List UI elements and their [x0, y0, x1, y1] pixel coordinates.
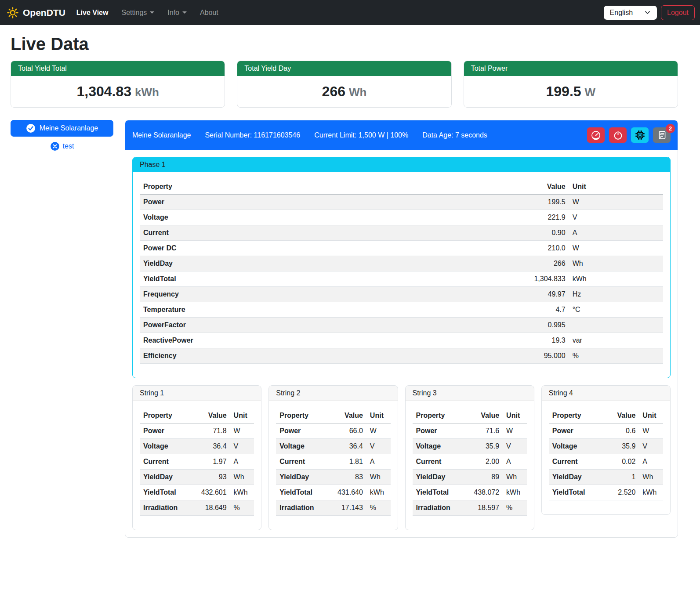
phase-table: Property Value Unit Power199.5WVoltage22…: [140, 179, 663, 364]
inverter-card: Meine Solaranlage Serial Number: 1161716…: [125, 120, 678, 538]
table-header-row: Property Value Unit: [549, 408, 663, 423]
table-row: Irradiation18.649%: [140, 500, 254, 516]
table-row: YieldTotal438.072kWh: [413, 485, 527, 500]
summary-card-title: Total Power: [464, 61, 678, 76]
table-row: YieldTotal431.640kWh: [276, 485, 390, 500]
inverter-card-header: Meine Solaranlage Serial Number: 1161716…: [125, 120, 678, 150]
table-header-row: Property Value Unit: [413, 408, 527, 423]
string-card-title: String 3: [406, 386, 534, 401]
summary-card-value: 1,304.83: [76, 83, 131, 99]
nav-item-live-view[interactable]: Live View: [70, 5, 115, 20]
inverter-select-button[interactable]: Meine Solaranlage: [11, 120, 113, 137]
table-row: YieldTotal2.520kWh: [549, 485, 663, 500]
summary-card: Total Yield Day 266Wh: [237, 61, 451, 108]
nav-item-info[interactable]: Info: [161, 5, 193, 20]
table-row: YieldTotal1,304.833kWh: [140, 271, 663, 287]
table-row: Frequency49.97Hz: [140, 287, 663, 302]
table-row: PowerFactor0.995: [140, 318, 663, 333]
string-card: String 3 Property Value Unit: [405, 385, 534, 530]
page-title: Live Data: [11, 34, 678, 54]
table-row: YieldDay83Wh: [276, 470, 390, 485]
table-row: YieldTotal432.601kWh: [140, 485, 254, 500]
caret-down-icon: [150, 11, 154, 16]
table-header-row: Property Value Unit: [140, 179, 663, 195]
inverter-current-limit: Current Limit: 1,500 W | 100%: [314, 131, 408, 139]
navbar: OpenDTU Live View Settings Info About En…: [0, 0, 700, 25]
table-row: Current0.90A: [140, 225, 663, 241]
summary-cards: Total Yield Total 1,304.83kWh Total Yiel…: [11, 61, 678, 108]
brand-label: OpenDTU: [23, 7, 65, 18]
strings-row: String 1 Property Value Unit: [132, 385, 671, 530]
cpu-icon: [635, 130, 645, 140]
phase-table-body: Power199.5WVoltage221.9VCurrent0.90APowe…: [140, 195, 663, 364]
summary-card: Total Power 199.5W: [464, 61, 678, 108]
inverter-name: Meine Solaranlage: [132, 131, 191, 139]
inverter-data-age: Data Age: 7 seconds: [422, 131, 487, 139]
table-row: Voltage36.4V: [140, 439, 254, 454]
inverter-item-test-label: test: [63, 142, 74, 150]
event-log-button[interactable]: 2: [653, 127, 671, 143]
summary-card-unit: W: [585, 86, 596, 99]
logout-button[interactable]: Logout: [661, 5, 695, 20]
table-row: Voltage221.9V: [140, 210, 663, 225]
device-info-button[interactable]: [631, 127, 649, 143]
table-row: Power66.0W: [276, 423, 390, 439]
summary-card-value: 199.5: [546, 83, 581, 99]
event-count-badge: 2: [666, 124, 675, 133]
string-card: String 4 Property Value Unit: [541, 385, 671, 515]
table-row: Power199.5W: [140, 195, 663, 210]
table-row: Current1.97A: [140, 454, 254, 470]
table-header-row: Property Value Unit: [276, 408, 390, 423]
table-row: YieldDay93Wh: [140, 470, 254, 485]
journal-icon: [657, 130, 667, 140]
caret-down-icon: [182, 11, 187, 16]
phase-card-title: Phase 1: [133, 157, 670, 172]
inverter-select-label: Meine Solaranlage: [40, 124, 98, 132]
summary-card-title: Total Yield Day: [237, 61, 451, 76]
table-row: YieldDay266Wh: [140, 256, 663, 271]
chevron-down-icon: [644, 9, 651, 16]
nav-links: Live View Settings Info About: [70, 5, 225, 20]
summary-card-value: 266: [322, 83, 345, 99]
summary-card-unit: kWh: [135, 86, 159, 99]
table-row: Power0.6W: [549, 423, 663, 439]
inverter-item-test[interactable]: test: [11, 141, 113, 151]
table-row: Irradiation18.597%: [413, 500, 527, 516]
main-container: Live Data Total Yield Total 1,304.83kWh …: [0, 34, 689, 544]
table-row: Power71.8W: [140, 423, 254, 439]
check-circle-icon: [26, 123, 36, 133]
summary-card: Total Yield Total 1,304.83kWh: [11, 61, 225, 108]
table-row: Voltage35.9V: [549, 439, 663, 454]
summary-card-unit: Wh: [349, 86, 366, 99]
table-row: Current0.02A: [549, 454, 663, 470]
phase-card: Phase 1 Property Value Unit Power199.5WV…: [132, 157, 671, 378]
brand-link[interactable]: OpenDTU: [7, 7, 65, 18]
string-card: String 1 Property Value Unit: [132, 385, 261, 530]
string-table: Property Value Unit Power66.0WVoltage36.…: [276, 408, 390, 516]
nav-item-settings[interactable]: Settings: [115, 5, 161, 20]
string-table: Property Value Unit Power0.6WVoltage35.9…: [549, 408, 663, 500]
language-select[interactable]: English: [604, 6, 657, 20]
table-row: Power DC210.0W: [140, 241, 663, 256]
language-select-value: English: [610, 9, 633, 17]
summary-card-title: Total Yield Total: [11, 61, 225, 76]
table-row: Voltage35.9V: [413, 439, 527, 454]
string-table-body: Power0.6WVoltage35.9VCurrent0.02AYieldDa…: [549, 423, 663, 500]
inverter-selector: Meine Solaranlage test: [11, 120, 113, 151]
string-table: Property Value Unit Power71.8WVoltage36.…: [140, 408, 254, 516]
speedometer-icon: [591, 130, 601, 140]
nav-item-about[interactable]: About: [193, 5, 225, 20]
table-row: Irradiation17.143%: [276, 500, 390, 516]
sun-icon: [7, 7, 18, 18]
table-row: Current2.00A: [413, 454, 527, 470]
table-row: YieldDay1Wh: [549, 470, 663, 485]
string-table: Property Value Unit Power71.6WVoltage35.…: [413, 408, 527, 516]
table-row: YieldDay89Wh: [413, 470, 527, 485]
power-button[interactable]: [609, 127, 627, 143]
limit-settings-button[interactable]: [587, 127, 605, 143]
main-row: Meine Solaranlage test Meine Solaranlage…: [11, 120, 678, 544]
string-table-body: Power71.6WVoltage35.9VCurrent2.00AYieldD…: [413, 423, 527, 516]
inverter-serial: Serial Number: 116171603546: [205, 131, 300, 139]
power-icon: [613, 130, 623, 140]
string-card-title: String 1: [133, 386, 261, 401]
